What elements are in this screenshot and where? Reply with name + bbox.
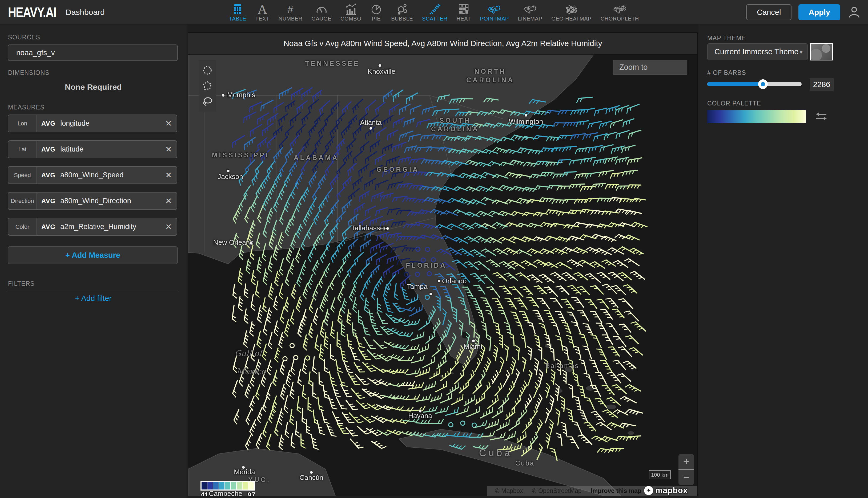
mapbox-logo[interactable]: ✦ mapbox <box>644 486 688 495</box>
chart-type-choropleth[interactable]: CHOROPLETH <box>601 3 639 22</box>
measure-field-button[interactable]: AVG longitude <box>37 115 177 132</box>
measure-row-speed[interactable]: Speed AVG a80m_Wind_Speed ✕ <box>8 166 177 184</box>
remove-measure-icon[interactable]: ✕ <box>165 193 172 209</box>
user-account-icon[interactable] <box>847 5 861 19</box>
zoom-out-button[interactable]: − <box>678 470 694 485</box>
color-palette-gradient[interactable] <box>707 110 806 123</box>
combo-chart-icon <box>344 3 357 15</box>
measure-field-name: longitude <box>60 119 90 128</box>
chart-type-label: POINTMAP <box>480 16 509 22</box>
measure-row-lat[interactable]: Lat AVG latitude ✕ <box>8 140 177 158</box>
chart-type-text[interactable]: A TEXT <box>255 3 269 22</box>
legend-swatch <box>231 482 236 489</box>
city-dot <box>250 241 253 244</box>
map-theme-thumbnail[interactable] <box>810 43 833 61</box>
mapbox-logo-icon: ✦ <box>644 486 653 495</box>
mapbox-attribution-link[interactable]: © Mapbox <box>495 487 523 495</box>
chart-type-scatter[interactable]: SCATTER <box>422 3 447 22</box>
improve-map-link[interactable]: Improve this map <box>591 487 641 495</box>
color-palette-label: COLOR PALETTE <box>707 100 761 107</box>
measure-aggregate: AVG <box>41 120 55 127</box>
source-select[interactable]: noaa_gfs_v <box>8 44 178 61</box>
chart-type-number[interactable]: # NUMBER <box>279 3 303 22</box>
chart-type-label: GAUGE <box>311 16 331 22</box>
bubble-chart-icon <box>396 3 408 15</box>
page-title: Dashboard <box>66 8 105 17</box>
osm-attribution-link[interactable]: © OpenStreetMap <box>532 487 582 495</box>
remove-measure-icon[interactable]: ✕ <box>165 115 172 132</box>
measures-label: MEASURES <box>8 104 44 111</box>
legend-swatch <box>202 482 207 489</box>
heat-chart-icon <box>458 3 470 15</box>
city-dot <box>227 170 230 172</box>
chart-type-label: BUBBLE <box>391 16 413 22</box>
table-chart-icon <box>232 3 243 15</box>
chart-type-label: PIE <box>372 16 381 22</box>
measure-field-button[interactable]: AVG a2m_Relative_Humidity <box>37 218 177 235</box>
measure-slot-label: Lat <box>8 141 37 158</box>
city-dot <box>419 410 421 412</box>
measure-field-button[interactable]: AVG latitude <box>37 141 177 158</box>
chart-type-pointmap[interactable]: POINTMAP <box>480 3 509 22</box>
barbs-slider[interactable] <box>707 82 802 86</box>
text-chart-icon: A <box>256 3 268 15</box>
add-measure-button[interactable]: + Add Measure <box>8 246 178 264</box>
polygon-select-tool-icon[interactable] <box>202 80 213 91</box>
chart-title-bar: Noaa Gfs v Avg A80m Wind Speed, Avg A80m… <box>188 33 698 54</box>
filters-divider <box>8 290 178 290</box>
map-zoom-control: + − <box>678 454 694 485</box>
remove-measure-icon[interactable]: ✕ <box>165 218 172 235</box>
chart-type-heat[interactable]: HEAT <box>457 3 471 22</box>
remove-measure-icon[interactable]: ✕ <box>165 167 172 183</box>
city-dot <box>472 340 475 342</box>
zoom-in-button[interactable]: + <box>678 454 694 469</box>
chart-type-linemap[interactable]: LINEMAP <box>518 3 542 22</box>
top-bar: HEAVY.AI Dashboard TABLEA TEXT# NUMBER G… <box>0 0 868 25</box>
add-filter-button[interactable]: + Add filter <box>0 294 187 303</box>
svg-text:A: A <box>258 3 267 15</box>
apply-button[interactable]: Apply <box>799 4 840 20</box>
palette-reverse-icon[interactable] <box>815 113 828 121</box>
measures-list: Lon AVG longitude ✕Lat AVG latitude ✕Spe… <box>8 115 178 244</box>
lasso-select-tool-icon[interactable] <box>202 96 213 106</box>
measure-aggregate: AVG <box>41 171 55 179</box>
city-dot <box>438 280 441 282</box>
chart-type-label: NUMBER <box>279 16 303 22</box>
remove-measure-icon[interactable]: ✕ <box>165 141 172 158</box>
city-dot <box>379 64 381 67</box>
chart-type-label: LINEMAP <box>518 16 542 22</box>
choropleth-chart-icon <box>613 3 627 15</box>
barbs-slider-fill <box>707 82 763 86</box>
map-theme-select[interactable]: Current Immerse Theme ▾ <box>707 43 808 60</box>
measure-aggregate: AVG <box>41 146 55 153</box>
wind-barb-map-canvas[interactable] <box>188 55 698 496</box>
chart-type-gauge[interactable]: GAUGE <box>311 3 331 22</box>
chart-type-table[interactable]: TABLE <box>229 3 246 22</box>
measure-field-button[interactable]: AVG a80m_Wind_Speed <box>37 167 177 183</box>
chart-type-geo-heatmap[interactable]: GEO HEATMAP <box>551 3 591 22</box>
scatter-chart-icon <box>429 3 441 15</box>
measure-row-lon[interactable]: Lon AVG longitude ✕ <box>8 115 177 132</box>
map-viewport[interactable]: TENNESSEENORTHCAROLINASOUTHCAROLINAMISSI… <box>188 55 698 496</box>
chart-type-label: SCATTER <box>422 16 447 22</box>
measure-field-button[interactable]: AVG a80m_Wind_Direction <box>37 193 177 209</box>
measure-row-color[interactable]: Color AVG a2m_Relative_Humidity ✕ <box>8 218 177 236</box>
measure-slot-label: Lon <box>8 115 37 132</box>
measure-slot-label: Color <box>8 218 37 235</box>
chart-type-combo[interactable]: COMBO <box>341 3 361 22</box>
measure-slot-label: Direction <box>8 193 37 209</box>
circle-select-tool-icon[interactable] <box>202 65 213 76</box>
chart-editor-sidebar: SOURCES noaa_gfs_v DIMENSIONS None Requi… <box>0 25 187 498</box>
chart-type-bubble[interactable]: BUBBLE <box>391 3 413 22</box>
legend-swatch <box>213 482 219 489</box>
chart-type-pie[interactable]: PIE <box>370 3 382 22</box>
legend-min-value: 41 <box>201 491 208 496</box>
svg-text:#: # <box>288 4 294 15</box>
barbs-slider-thumb[interactable] <box>758 79 768 89</box>
measure-field-name: a80m_Wind_Direction <box>60 197 131 205</box>
pointmap-chart-icon <box>488 3 501 15</box>
zoom-to-button[interactable]: Zoom to <box>613 60 687 75</box>
map-scale-indicator: 100 km <box>649 470 671 479</box>
measure-row-direction[interactable]: Direction AVG a80m_Wind_Direction ✕ <box>8 192 177 210</box>
cancel-button[interactable]: Cancel <box>746 4 791 20</box>
